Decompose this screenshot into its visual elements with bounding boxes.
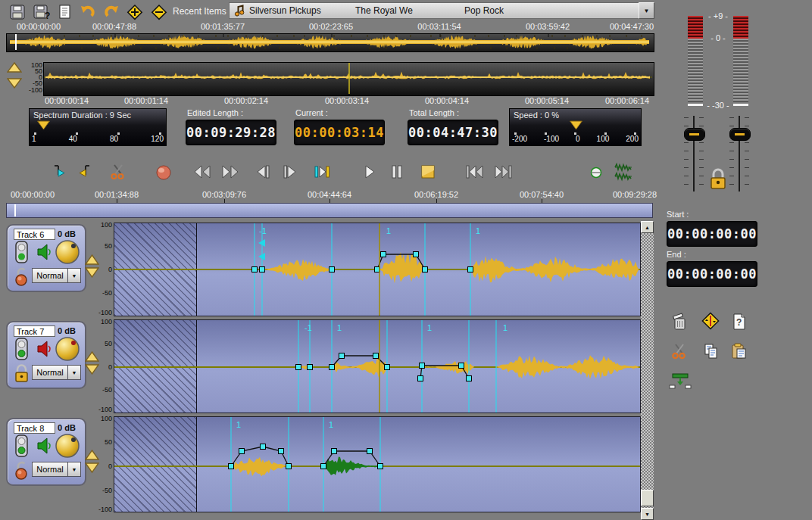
sync-button[interactable] — [590, 167, 602, 179]
lock-icon[interactable] — [14, 266, 30, 286]
new-document-button[interactable] — [57, 4, 73, 20]
vu-meter-left — [688, 16, 703, 106]
ruler-edit-0: 00:00:00:00 — [11, 190, 55, 199]
horizontal-scrollbar[interactable] — [6, 203, 653, 218]
step-back-button[interactable] — [253, 163, 271, 181]
scrollbar-track[interactable] — [641, 233, 654, 508]
scroll-up-button[interactable]: ▲ — [641, 221, 654, 233]
speed-slider[interactable] — [570, 120, 582, 130]
record-arm-indicator[interactable] — [15, 434, 28, 457]
fast-forward-button[interactable] — [220, 163, 240, 181]
split-button[interactable] — [701, 312, 720, 330]
volume-knob[interactable] — [55, 239, 80, 265]
lock-icon[interactable] — [14, 460, 30, 480]
step-forward-button[interactable] — [282, 163, 300, 181]
zoom-scale-up-button[interactable] — [7, 62, 22, 73]
meter-label-bottom: -30 — [707, 101, 729, 110]
scrollbar-thumb[interactable] — [641, 490, 654, 506]
total-length-label: Total Length : — [409, 108, 459, 117]
spectrum-duration-slider[interactable] — [37, 120, 50, 130]
spectrum-ruler-1: 00:00:01:14 — [124, 96, 168, 105]
overview-waveform[interactable] — [6, 33, 654, 52]
current-display: 00:00:03:14 — [294, 120, 385, 145]
track-lane-7[interactable]: -1111 — [114, 319, 641, 413]
recent-item-2[interactable]: The Royal We — [355, 5, 413, 16]
track-header-6: 0 dB Normal ▼ — [6, 224, 86, 292]
svg-text:?: ? — [45, 11, 50, 20]
selection-start-display: 00:00:00:00 — [667, 221, 757, 247]
meter-label-top: +9 — [708, 11, 728, 20]
dual-waveform-button[interactable] — [614, 162, 635, 182]
volume-knob[interactable] — [55, 336, 80, 362]
speaker-icon[interactable] — [36, 340, 52, 358]
zoom-scale-down-button[interactable] — [7, 78, 22, 89]
selection-end-display: 00:00:00:00 — [667, 261, 757, 287]
track-mode-dropdown-arrow[interactable]: ▼ — [67, 268, 81, 283]
play-button[interactable] — [360, 163, 378, 181]
record-button[interactable] — [155, 164, 172, 181]
edited-length-label: Edited Length : — [187, 108, 243, 117]
cut-clip-button[interactable] — [670, 342, 689, 360]
selection-start-label: Start : — [667, 210, 689, 219]
speaker-icon[interactable] — [36, 243, 52, 261]
track-mode-select[interactable]: Normal — [32, 365, 68, 380]
track-name-field[interactable] — [14, 325, 55, 337]
paste-button[interactable] — [730, 342, 748, 360]
navigate-diamond-minus-icon[interactable] — [151, 4, 167, 20]
spectrum-duration-label: Spectrum Duration : 9 Sec — [30, 109, 166, 120]
ruler-top-0: 00:00:00:00 — [17, 22, 61, 31]
ruler-top-3: 00:02:23:65 — [309, 22, 353, 31]
recent-items-bar[interactable]: Silversun Pickups The Royal We Pop Rock — [229, 2, 639, 19]
recent-items-dropdown-button[interactable]: ▼ — [639, 2, 654, 19]
redo-button[interactable] — [103, 4, 120, 20]
track-mode-dropdown-arrow[interactable]: ▼ — [67, 365, 81, 380]
go-to-end-button[interactable] — [493, 163, 514, 181]
cut-button[interactable] — [109, 163, 127, 181]
mixdown-button[interactable] — [668, 372, 692, 389]
track-mode-dropdown-arrow[interactable]: ▼ — [67, 462, 81, 477]
track-zoom-up-button[interactable] — [85, 254, 99, 265]
record-arm-indicator[interactable] — [15, 241, 28, 263]
go-to-start-button[interactable] — [464, 163, 485, 181]
rewind-button[interactable] — [192, 163, 212, 181]
recent-item-1[interactable]: Silversun Pickups — [249, 5, 321, 16]
fader-handle[interactable] — [684, 128, 705, 141]
scroll-down-button[interactable]: ▼ — [641, 508, 654, 520]
track-zoom-up-button[interactable] — [85, 450, 99, 460]
speaker-icon[interactable] — [36, 437, 52, 455]
track-lane-8[interactable]: 11 — [114, 416, 641, 512]
recent-item-3[interactable]: Pop Rock — [464, 5, 504, 16]
mark-out-button[interactable] — [77, 163, 95, 181]
lock-icon[interactable] — [14, 363, 30, 383]
fader-right[interactable] — [729, 116, 749, 191]
navigate-diamond-plus-icon[interactable] — [126, 4, 143, 20]
track-mode-select[interactable]: Normal — [32, 268, 68, 283]
record-arm-indicator[interactable] — [15, 338, 28, 360]
fader-link-lock-icon[interactable] — [707, 167, 729, 191]
help-button[interactable]: ? — [730, 312, 748, 332]
ruler-top-2: 00:01:35:77 — [201, 22, 245, 31]
pause-button[interactable] — [388, 163, 406, 181]
copy-button[interactable] — [702, 342, 720, 360]
track-mode-select[interactable]: Normal — [32, 462, 68, 477]
svg-text:1: 1 — [337, 323, 342, 332]
save-button[interactable] — [9, 4, 26, 20]
fader-left[interactable] — [684, 116, 704, 191]
track-name-field[interactable] — [14, 422, 55, 434]
ruler-edit-5: 00:07:54:40 — [520, 190, 564, 199]
mark-in-button[interactable] — [48, 163, 67, 181]
track-lane-6[interactable]: -111 — [114, 223, 641, 316]
undo-button[interactable] — [80, 4, 96, 20]
fader-handle[interactable] — [729, 128, 751, 141]
track-zoom-up-button[interactable] — [85, 351, 99, 362]
vertical-scrollbar[interactable]: ▲ ▼ — [641, 221, 654, 520]
spectrum-view[interactable] — [43, 62, 654, 96]
delete-button[interactable] — [670, 312, 689, 332]
save-as-button[interactable]: ? — [33, 4, 50, 20]
volume-knob[interactable] — [55, 433, 80, 459]
current-label: Current : — [295, 108, 328, 117]
total-length-display: 00:04:47:30 — [408, 120, 498, 145]
stop-button[interactable] — [419, 163, 437, 181]
track-name-field[interactable] — [14, 229, 55, 240]
play-selection-button[interactable] — [313, 163, 331, 181]
